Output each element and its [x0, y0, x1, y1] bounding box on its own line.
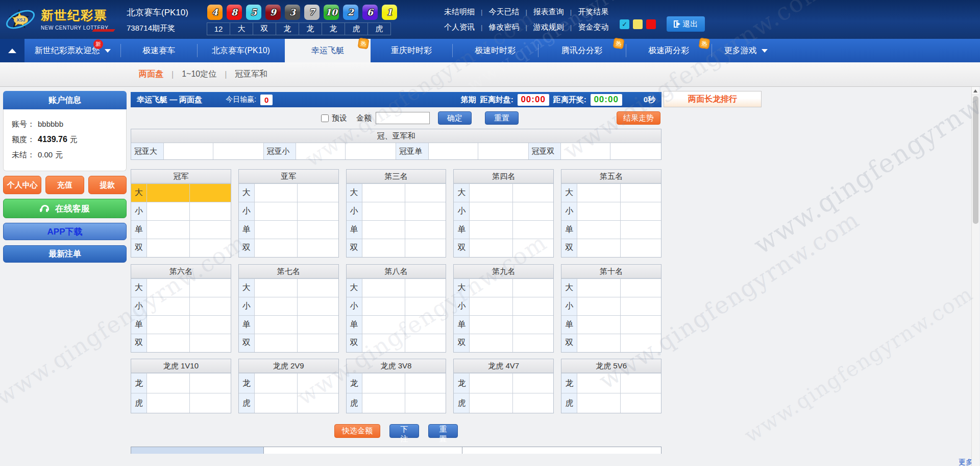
header-menu-link[interactable]: 开奖结果 [578, 7, 608, 17]
bet-option-label[interactable]: 单 [347, 316, 362, 334]
latest-orders-button[interactable]: 最新注单 [3, 245, 127, 263]
odds-cell[interactable] [296, 143, 346, 159]
nav-tab-6[interactable]: 极速时时彩 [452, 39, 538, 62]
bet-amount-cell[interactable] [190, 221, 230, 239]
bet-option-label[interactable]: 大 [131, 279, 147, 297]
bet-option-label[interactable]: 龙 [561, 374, 577, 393]
odds-cell[interactable] [255, 393, 298, 413]
bet-amount-cell[interactable] [513, 184, 553, 202]
bet-option-label[interactable]: 大 [131, 184, 147, 202]
scrollbar-thumb[interactable] [973, 96, 978, 224]
odds-cell[interactable] [147, 334, 190, 352]
odds-cell[interactable] [147, 297, 190, 315]
more-link[interactable]: 更多 [959, 458, 973, 466]
odds-cell[interactable] [255, 316, 298, 334]
bet-option-label[interactable]: 大 [454, 184, 470, 202]
bet-amount-cell[interactable] [190, 334, 230, 352]
scrollbar-up-arrow[interactable] [972, 87, 979, 95]
odds-cell[interactable] [362, 374, 405, 393]
bet-amount-cell[interactable] [610, 143, 661, 159]
odds-cell[interactable] [429, 143, 478, 159]
odds-cell[interactable] [470, 184, 512, 202]
odds-cell[interactable] [470, 202, 512, 220]
odds-cell[interactable] [362, 239, 405, 257]
bet-option-label[interactable]: 单 [131, 316, 147, 334]
bet-option-label[interactable]: 冠亚大 [131, 143, 164, 159]
bet-amount-cell[interactable] [405, 297, 446, 315]
bet-option-label[interactable]: 大 [239, 184, 255, 202]
bet-amount-cell[interactable] [298, 202, 338, 220]
odds-cell[interactable] [470, 221, 512, 239]
bet-option-label[interactable]: 小 [561, 202, 577, 220]
bet-amount-cell[interactable] [621, 374, 661, 393]
odds-cell[interactable] [255, 297, 298, 315]
odds-cell[interactable] [470, 374, 512, 393]
bet-option-label[interactable]: 大 [347, 184, 362, 202]
bet-amount-cell[interactable] [405, 184, 446, 202]
bet-option-label[interactable]: 单 [454, 316, 470, 334]
bet-option-label[interactable]: 大 [561, 279, 577, 297]
odds-cell[interactable] [362, 221, 405, 239]
odds-cell[interactable] [577, 374, 620, 393]
bet-option-label[interactable]: 龙 [454, 374, 470, 393]
bet-amount-cell[interactable] [405, 202, 446, 220]
sidebar-quick-button-2[interactable]: 充值 [45, 176, 84, 194]
odds-cell[interactable] [255, 334, 298, 352]
bet-option-label[interactable]: 虎 [347, 393, 362, 413]
bet-option-label[interactable]: 虎 [131, 393, 147, 413]
place-bet-button[interactable]: 下注 [389, 424, 419, 438]
header-menu-link[interactable]: 报表查询 [533, 7, 564, 17]
odds-cell[interactable] [255, 279, 298, 297]
bet-option-label[interactable]: 单 [561, 221, 577, 239]
bet-amount-cell[interactable] [513, 316, 553, 334]
odds-cell[interactable] [470, 393, 512, 413]
odds-cell[interactable] [362, 202, 405, 220]
bet-amount-cell[interactable] [298, 221, 338, 239]
bet-amount-cell[interactable] [298, 239, 338, 257]
bet-option-label[interactable]: 双 [239, 334, 255, 352]
bet-option-label[interactable]: 双 [131, 334, 147, 352]
amount-input[interactable] [376, 112, 430, 124]
odds-cell[interactable] [255, 239, 298, 257]
bet-amount-cell[interactable] [478, 143, 529, 159]
bet-amount-cell[interactable] [190, 316, 230, 334]
bet-option-label[interactable]: 冠亚单 [396, 143, 429, 159]
odds-cell[interactable] [147, 184, 190, 202]
odds-cell[interactable] [255, 374, 298, 393]
bet-option-label[interactable]: 大 [561, 184, 577, 202]
bet-option-label[interactable]: 双 [454, 334, 470, 352]
bet-amount-cell[interactable] [405, 374, 446, 393]
odds-cell[interactable] [470, 239, 512, 257]
bet-option-label[interactable]: 小 [131, 202, 147, 220]
nav-tab-8[interactable]: 极速两分彩热 [626, 39, 712, 62]
odds-cell[interactable] [147, 316, 190, 334]
header-menu-link[interactable]: 今天已结 [488, 7, 519, 17]
bet-amount-cell[interactable] [405, 316, 446, 334]
theme-yellow-checkbox[interactable] [633, 19, 643, 29]
bet-option-label[interactable]: 双 [454, 239, 470, 257]
odds-cell[interactable] [577, 393, 620, 413]
odds-cell[interactable] [577, 334, 620, 352]
sidebar-quick-button-3[interactable]: 提款 [88, 176, 127, 194]
bet-amount-cell[interactable] [298, 297, 338, 315]
odds-cell[interactable] [362, 184, 405, 202]
bet-option-label[interactable]: 冠亚小 [264, 143, 297, 159]
bet-option-label[interactable]: 双 [131, 239, 147, 257]
odds-cell[interactable] [255, 202, 298, 220]
bet-amount-cell[interactable] [513, 202, 553, 220]
odds-cell[interactable] [362, 393, 405, 413]
bet-amount-cell[interactable] [190, 393, 230, 413]
bet-amount-cell[interactable] [298, 393, 338, 413]
vertical-scrollbar[interactable] [971, 87, 979, 466]
bet-amount-cell[interactable] [621, 279, 661, 297]
odds-cell[interactable] [164, 143, 213, 159]
bet-amount-cell[interactable] [405, 334, 446, 352]
reset-button[interactable]: 重置 [485, 111, 519, 125]
bet-amount-cell[interactable] [298, 279, 338, 297]
bet-option-label[interactable]: 大 [454, 279, 470, 297]
header-menu-link[interactable]: 游戏规则 [533, 22, 564, 32]
logout-button[interactable]: 退出 [667, 16, 705, 32]
bet-amount-cell[interactable] [190, 239, 230, 257]
bet-option-label[interactable]: 单 [454, 221, 470, 239]
odds-cell[interactable] [577, 279, 620, 297]
